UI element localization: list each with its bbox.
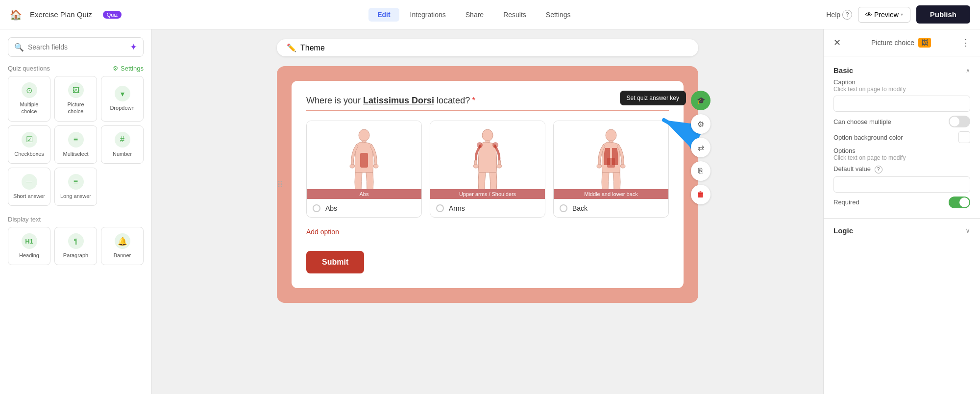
search-input[interactable]: [28, 43, 126, 51]
tab-settings[interactable]: Settings: [537, 8, 580, 22]
right-panel-body: Basic ∧ Caption Click text on page to mo…: [824, 56, 980, 218]
can-choose-multiple-label: Can choose multiple: [833, 118, 891, 125]
option-radio-back[interactable]: [560, 204, 567, 212]
tab-results[interactable]: Results: [494, 8, 535, 22]
svg-point-15: [620, 164, 625, 168]
option-text-arms: Arms: [449, 204, 465, 212]
field-item-paragraph[interactable]: ¶ Paragraph: [54, 227, 97, 265]
option-text-abs: Abs: [325, 204, 337, 212]
right-sidebar: ✕ Picture choice 🖼 ⋮ Basic ∧ Caption Cli…: [823, 29, 980, 394]
delete-button[interactable]: 🗑: [691, 185, 710, 204]
field-item-multiple-choice[interactable]: ⊙ Multiple choice: [8, 76, 50, 122]
theme-bar[interactable]: ✏️ Theme: [277, 39, 698, 56]
option-radio-row-arms: Arms: [430, 199, 545, 217]
help-button[interactable]: Help ?: [826, 10, 852, 20]
field-item-multiselect[interactable]: ≡ Multiselect: [54, 125, 97, 164]
body-figure-arms: [468, 128, 507, 192]
floating-toolbar: 🎓 Set quiz answer key ⚙ ⇄ ⎘ 🗑: [691, 91, 710, 204]
required-label: Required: [833, 198, 859, 206]
option-bg-color-row: Option background color: [833, 131, 970, 143]
basic-section: Basic ∧ Caption Click text on page to mo…: [833, 66, 970, 208]
option-image-arms: Upper arms / Shoulders: [430, 121, 545, 199]
settings-link[interactable]: ⚙ Settings: [113, 65, 144, 72]
drag-handle[interactable]: ⠿: [277, 179, 283, 190]
theme-label: Theme: [300, 44, 325, 52]
option-radio-arms[interactable]: [436, 204, 444, 212]
more-options-icon[interactable]: ⋮: [961, 37, 970, 48]
number-icon: #: [115, 132, 130, 148]
option-card-abs[interactable]: Abs Abs: [306, 121, 422, 218]
svg-point-10: [497, 164, 502, 168]
field-item-short-answer[interactable]: — Short answer: [8, 168, 50, 206]
option-label-abs: Abs: [307, 189, 421, 199]
copy-button[interactable]: ⎘: [691, 161, 710, 181]
eye-icon: 👁: [865, 11, 872, 19]
help-label: Help: [826, 11, 840, 19]
magic-icon[interactable]: ✦: [130, 42, 137, 52]
checkboxes-label: Checkboxes: [14, 150, 44, 157]
option-card-back[interactable]: Middle and lower back Back: [553, 121, 669, 218]
option-bg-color-picker[interactable]: [958, 131, 970, 143]
theme-brush-icon: ✏️: [287, 43, 296, 52]
body-figure-abs: [344, 128, 384, 192]
can-choose-multiple-toggle[interactable]: [949, 116, 970, 127]
swap-button[interactable]: ⇄: [691, 138, 710, 157]
add-option-link[interactable]: Add option: [306, 228, 339, 236]
search-icon: 🔍: [14, 43, 24, 52]
publish-button[interactable]: Publish: [916, 5, 970, 24]
default-value-input[interactable]: [833, 176, 970, 193]
long-answer-label: Long answer: [60, 193, 91, 199]
display-field-grid: H1 Heading ¶ Paragraph 🔔 Banner: [8, 227, 144, 265]
search-bar: 🔍 ✦: [8, 37, 144, 57]
option-card-arms[interactable]: Upper arms / Shoulders Arms: [430, 121, 545, 218]
nav-tabs: Edit Integrations Share Results Settings: [368, 8, 579, 22]
settings-gear-button[interactable]: ⚙: [691, 114, 710, 134]
caption-input[interactable]: [833, 96, 970, 112]
main-layout: 🔍 ✦ Quiz questions ⚙ Settings ⊙ Multiple…: [0, 29, 980, 394]
svg-point-3: [350, 164, 355, 168]
logic-label: Logic: [833, 226, 853, 235]
quiz-badge: Quiz: [103, 11, 122, 19]
field-item-heading[interactable]: H1 Heading: [8, 227, 50, 265]
logic-chevron-icon[interactable]: ∨: [965, 226, 970, 234]
collapse-icon[interactable]: ∧: [966, 67, 970, 74]
preview-button[interactable]: 👁 Preview ▾: [858, 7, 910, 23]
field-item-picture-choice[interactable]: 🖼 Picture choice: [54, 76, 97, 122]
body-figure-back: [591, 128, 631, 192]
tab-edit[interactable]: Edit: [368, 8, 399, 22]
logic-section: Logic ∨: [824, 218, 980, 243]
field-item-dropdown[interactable]: ▾ Dropdown: [101, 76, 144, 122]
option-radio-row-abs: Abs: [307, 199, 421, 217]
caption-hint: Click text on page to modify: [833, 86, 970, 93]
topnav-right: Help ? 👁 Preview ▾ Publish: [826, 5, 970, 24]
options-grid: Abs Abs: [306, 121, 669, 218]
display-text-section: Display text H1 Heading ¶ Paragraph 🔔 Ba…: [8, 216, 144, 265]
number-label: Number: [113, 150, 132, 157]
field-item-long-answer[interactable]: ≡ Long answer: [54, 168, 97, 206]
default-value-help-icon[interactable]: ?: [875, 166, 882, 173]
required-toggle[interactable]: [949, 197, 970, 208]
left-sidebar: 🔍 ✦ Quiz questions ⚙ Settings ⊙ Multiple…: [0, 29, 152, 394]
preview-dropdown-icon[interactable]: ▾: [901, 12, 903, 17]
submit-button[interactable]: Submit: [306, 251, 364, 273]
question-text[interactable]: Where is your Latissimus Dorsi located?*: [306, 96, 669, 111]
field-item-banner[interactable]: 🔔 Banner: [101, 227, 144, 265]
option-image-abs: Abs: [307, 121, 421, 199]
top-navigation: 🏠 Exercise Plan Quiz Quiz Edit Integrati…: [0, 0, 980, 29]
home-icon[interactable]: 🏠: [10, 9, 22, 21]
multiple-choice-label: Multiple choice: [12, 101, 46, 115]
quiz-questions-section: Quiz questions ⚙ Settings ⊙ Multiple cho…: [8, 65, 144, 206]
svg-point-14: [597, 164, 602, 168]
question-prefix: Where is your: [306, 96, 363, 105]
dropdown-icon: ▾: [115, 86, 130, 101]
tab-integrations[interactable]: Integrations: [401, 8, 455, 22]
field-item-checkboxes[interactable]: ☑ Checkboxes: [8, 125, 50, 164]
close-icon[interactable]: ✕: [833, 37, 841, 48]
dropdown-label: Dropdown: [110, 104, 134, 111]
right-sidebar-header: ✕ Picture choice 🖼 ⋮: [824, 29, 980, 56]
option-radio-abs[interactable]: [313, 204, 320, 212]
tab-share[interactable]: Share: [457, 8, 492, 22]
quiz-answer-key-button[interactable]: 🎓 Set quiz answer key: [691, 91, 710, 110]
field-item-number[interactable]: # Number: [101, 125, 144, 164]
can-choose-multiple-row: Can choose multiple: [833, 116, 970, 127]
